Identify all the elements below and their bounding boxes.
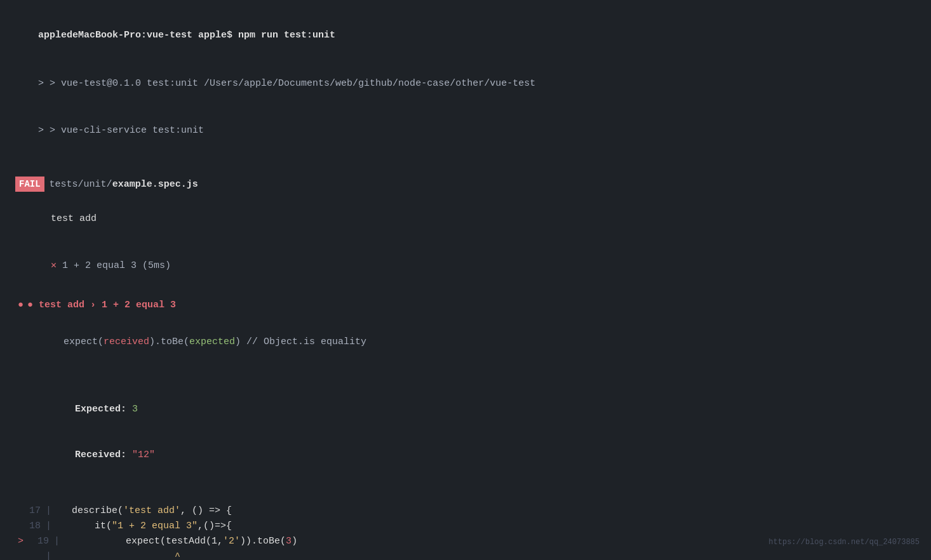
expected-line: Expected: 3 [18, 387, 916, 432]
info-line-1: > > vue-test@0.1.0 test:unit /Users/appl… [15, 61, 916, 107]
fail-item-text: 1 + 2 equal 3 (5ms) [62, 260, 171, 271]
code-line-18: 18 | it("1 + 2 equal 3",()=>{ [18, 519, 916, 534]
info-text-1: > > vue-test@0.1.0 test:unit /Users/appl… [38, 78, 535, 89]
error-title-text: ● test add › 1 + 2 equal 3 [27, 300, 176, 310]
received-value: "12" [132, 450, 155, 460]
fail-badge: FAIL [15, 177, 44, 192]
expected-label: Expected: [75, 404, 126, 415]
fail-path: tests/unit/example.spec.js [50, 179, 198, 190]
received-label: Received: [75, 450, 126, 460]
test-fail-item: ✕ 1 + 2 equal 3 (5ms) [28, 243, 916, 289]
prompt-text: appledeMacBook-Pro:vue-test apple$ npm r… [38, 30, 335, 41]
expected-value: 3 [132, 404, 138, 415]
error-dot: ● [18, 300, 23, 310]
test-suite-name: test add [17, 196, 916, 242]
terminal-window: appledeMacBook-Pro:vue-test apple$ npm r… [15, 13, 916, 560]
info-line-2: > > vue-cli-service test:unit [15, 108, 916, 154]
fail-section: FAILtests/unit/example.spec.js [15, 177, 916, 192]
watermark: https://blog.csdn.net/qq_24073885 [768, 537, 920, 549]
code-block: 17 | describe('test add', () => { 18 | i… [18, 503, 916, 560]
expected-received-block: Expected: 3 Received: "12" [18, 387, 916, 478]
code-line-caret: | ^ [18, 549, 916, 560]
prompt-line: appledeMacBook-Pro:vue-test apple$ npm r… [15, 13, 916, 58]
expect-line: expect(received).toBe(expected) // Objec… [18, 319, 916, 365]
fail-filename-bold: example.spec.js [112, 179, 198, 190]
error-title: ●● test add › 1 + 2 equal 3 [18, 298, 916, 313]
received-line: Received: "12" [18, 432, 916, 478]
x-mark: ✕ [51, 260, 62, 271]
code-line-17: 17 | describe('test add', () => { [18, 503, 916, 519]
info-text-2: > > vue-cli-service test:unit [38, 125, 204, 136]
